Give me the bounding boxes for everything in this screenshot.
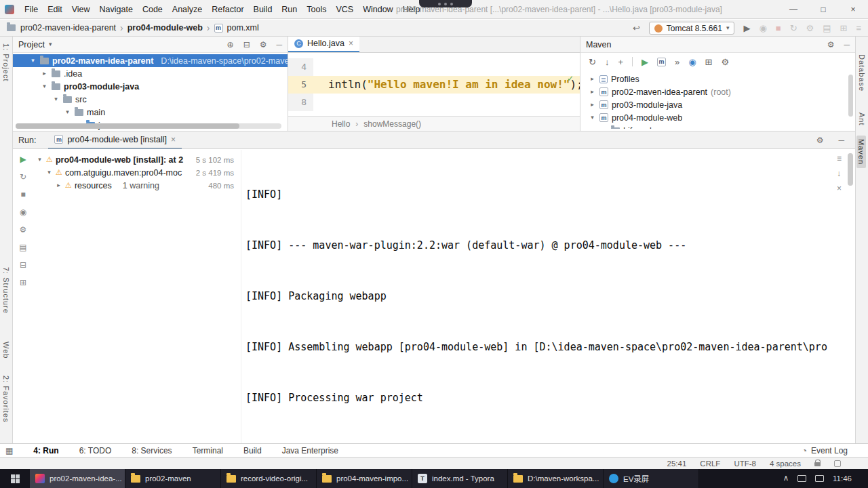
menu-item-code[interactable]: Code (138, 0, 167, 19)
minimize-button[interactable] (778, 0, 808, 19)
toolbar-build-button[interactable]: Build (243, 446, 262, 455)
line-number[interactable]: 5 (288, 76, 313, 94)
maven-settings-icon[interactable] (721, 58, 729, 66)
maven-row-pro02[interactable]: pro02-maven-idea-parent (root) (580, 85, 855, 98)
settings-gear-icon[interactable] (827, 41, 835, 49)
readonly-lock-icon[interactable] (814, 462, 821, 466)
taskbar-item-typora[interactable]: index.md - Typora (412, 469, 508, 488)
stripe-project-button[interactable]: 1: Project (2, 43, 10, 81)
menu-item-file[interactable]: File (20, 0, 43, 19)
maven-row-pro04[interactable]: pro04-module-web (580, 111, 855, 124)
close-tab-icon[interactable] (349, 39, 353, 47)
settings-gear-icon[interactable] (816, 136, 824, 144)
run-tab-install[interactable]: pro04-module-web [install] (48, 131, 182, 149)
settings-gear-icon[interactable] (20, 226, 27, 234)
collapse-all-icon[interactable] (243, 41, 250, 49)
tool-window-switcher-icon[interactable] (5, 447, 13, 455)
caret-position[interactable]: 25:41 (667, 460, 687, 468)
build-console[interactable]: [INFO] [INFO] --- maven-war-plugin:2.2:w… (241, 150, 846, 443)
reimport-icon[interactable] (589, 58, 596, 66)
stripe-database-button[interactable]: Database (858, 54, 866, 92)
scroll-to-end-icon[interactable] (837, 169, 842, 178)
chevron-collapsed-icon[interactable] (589, 102, 596, 108)
toolbar-terminal-button[interactable]: Terminal (193, 446, 223, 455)
project-tree-row-root[interactable]: pro02-maven-idea-parent D:\idea-maven-sp… (13, 54, 288, 67)
hide-panel-icon[interactable] (276, 41, 282, 49)
pin-icon[interactable] (20, 208, 26, 216)
close-button[interactable] (838, 0, 868, 19)
project-tree-row-pro03[interactable]: pro03-module-java (13, 80, 288, 93)
clear-console-icon[interactable] (837, 184, 842, 192)
taskbar-clock[interactable]: 11:46 (833, 474, 852, 483)
volume-icon[interactable] (815, 475, 824, 482)
stripe-web-button[interactable]: Web (2, 342, 10, 359)
stripe-ant-button[interactable]: Ant (858, 113, 866, 126)
vertical-scrollbar[interactable] (848, 153, 853, 186)
code-text[interactable]: intln("Hello maven!I am in idea now!"); (313, 76, 580, 94)
settings-gear-icon[interactable] (260, 41, 267, 49)
code-area[interactable]: 4 5 intln("Hello maven!I am in idea now!… (288, 53, 580, 115)
taskbar-item-explorer[interactable]: D:\maven-workspa... (508, 469, 604, 488)
stop-button[interactable] (776, 24, 781, 33)
chevron-expanded-icon[interactable] (41, 83, 48, 89)
chevron-collapsed-icon[interactable] (55, 182, 62, 188)
maximize-button[interactable] (808, 0, 838, 19)
inspections-ok-icon[interactable] (567, 75, 574, 83)
rerun-failed-icon[interactable] (20, 173, 26, 181)
taskbar-item-ev[interactable]: EV录屏 (604, 469, 699, 488)
soft-wrap-icon[interactable] (837, 155, 842, 163)
locate-file-icon[interactable] (227, 41, 234, 49)
add-maven-project-icon[interactable] (618, 58, 623, 66)
breadcrumb-method[interactable]: showMessage() (363, 119, 421, 129)
toolbar-run-button[interactable]: 4: Run (33, 446, 58, 455)
hide-panel-icon[interactable] (844, 41, 850, 49)
stop-button[interactable] (20, 190, 25, 199)
menu-item-run[interactable]: Run (277, 0, 302, 19)
project-tree-row-idea[interactable]: .idea (13, 67, 288, 80)
skip-tests-icon[interactable] (675, 58, 679, 66)
breadcrumb-project[interactable]: pro02-maven-idea-parent (20, 23, 116, 33)
taskbar-item-pro02[interactable]: pro02-maven (125, 469, 221, 488)
restore-layout-icon[interactable] (19, 243, 26, 251)
download-sources-icon[interactable] (605, 58, 610, 66)
maven-row-profiles[interactable]: Profiles (580, 73, 855, 85)
run-tree-row-artifact[interactable]: com.atguigu.maven:pro04-moc 2 s 419 ms (33, 166, 241, 179)
breadcrumb-module[interactable]: pro04-module-web (127, 23, 203, 33)
maven-row-lifecycle[interactable]: Lifecycle (580, 124, 855, 129)
breadcrumb-class[interactable]: Hello (332, 119, 350, 129)
more-actions-icon[interactable] (856, 24, 861, 33)
chevron-expanded-icon[interactable] (52, 96, 60, 102)
coverage-button[interactable] (790, 24, 797, 33)
maven-row-pro03[interactable]: pro03-module-java (580, 98, 855, 111)
run-maven-goal-icon[interactable] (642, 58, 648, 66)
project-tree-row-main[interactable]: main (13, 106, 288, 119)
toolbar-todo-button[interactable]: 6: TODO (79, 446, 112, 455)
chevron-expanded-icon[interactable] (64, 109, 71, 115)
menu-item-edit[interactable]: Edit (43, 0, 67, 19)
chevron-expanded-icon[interactable] (589, 115, 596, 121)
rerun-button[interactable] (20, 155, 26, 163)
event-log-button[interactable]: Event Log (802, 446, 848, 455)
chevron-collapsed-icon[interactable] (589, 76, 596, 82)
chevron-expanded-icon[interactable] (29, 58, 37, 64)
menu-item-refactor[interactable]: Refactor (207, 0, 248, 19)
profiler-button[interactable] (806, 24, 814, 33)
offline-mode-icon[interactable] (688, 58, 696, 66)
menu-item-vcs[interactable]: VCS (331, 0, 358, 19)
project-tree-row-src[interactable]: src (13, 93, 288, 106)
menu-item-view[interactable]: View (67, 0, 95, 19)
chevron-collapsed-icon[interactable] (41, 70, 48, 77)
taskbar-item-record[interactable]: record-video-origi... (221, 469, 317, 488)
code-text[interactable] (313, 94, 580, 111)
inspection-indicator-icon[interactable] (834, 460, 841, 467)
execute-goal-icon[interactable] (657, 58, 666, 66)
toolbar-services-button[interactable]: 8: Services (132, 446, 172, 455)
run-config-selector[interactable]: Tomcat 8.5.661 (649, 22, 735, 35)
menu-item-tools[interactable]: Tools (302, 0, 331, 19)
display-icon[interactable] (797, 475, 806, 482)
taskbar-item-pro04[interactable]: pro04-maven-impo... (317, 469, 412, 488)
line-number[interactable]: 4 (288, 58, 313, 76)
layout-icon[interactable] (840, 24, 848, 33)
code-text[interactable] (313, 58, 580, 76)
close-tab-icon[interactable] (171, 136, 176, 144)
